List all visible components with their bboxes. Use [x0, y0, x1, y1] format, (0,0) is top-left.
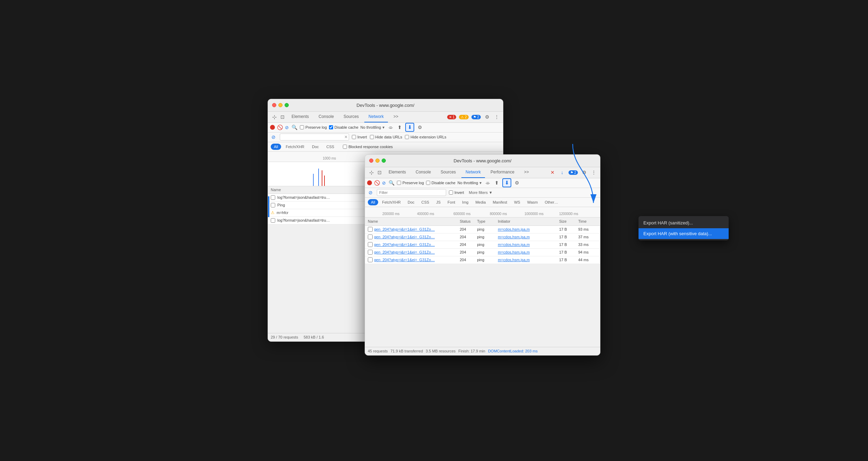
more-filters-btn[interactable]: More filters ▼ — [467, 189, 495, 196]
front-row-5[interactable]: gen_204?atyp=i&r=1&ei=_G31Zo… 204 ping m… — [365, 256, 600, 264]
front-minimize-button[interactable] — [375, 159, 380, 163]
settings2-icon-front[interactable]: ⚙ — [513, 179, 520, 186]
filter-tab-js-front[interactable]: JS — [433, 199, 444, 205]
tab-console-front[interactable]: Console — [411, 167, 435, 178]
search-icon-front[interactable]: 🔍 — [388, 179, 395, 186]
row4-status: 204 — [460, 250, 477, 254]
filter-tab-other-front[interactable]: Other… — [541, 199, 561, 205]
row4-checkbox-front[interactable] — [368, 250, 373, 255]
filter-tab-all-back[interactable]: All — [271, 144, 281, 150]
stop-recording-front[interactable] — [367, 180, 372, 185]
invert-back[interactable]: Invert — [352, 135, 367, 139]
filter-funnel-front[interactable]: ⊘ — [367, 189, 374, 196]
row1-status: 204 — [460, 227, 477, 231]
tab-sources-front[interactable]: Sources — [436, 167, 460, 178]
tab-network-back[interactable]: Network — [364, 112, 388, 122]
tab-elements-front[interactable]: Elements — [384, 167, 410, 178]
header-type: Type — [477, 219, 498, 223]
error-x-front[interactable]: ✕ — [549, 169, 556, 176]
settings-icon-front[interactable]: ⚙ — [581, 169, 588, 176]
front-row-4[interactable]: gen_204?atyp=i&r=1&ei=_G31Zo… 204 ping m… — [365, 249, 600, 256]
row2-checkbox-front[interactable] — [368, 234, 373, 239]
front-row-2[interactable]: gen_204?atyp=i&r=1&ei=_G31Zo… 204 ping m… — [365, 233, 600, 241]
info-badge-back: ⚑ 2 — [471, 115, 481, 119]
filter-input-back[interactable] — [280, 134, 349, 140]
more-icon-front[interactable]: ⋮ — [590, 169, 597, 176]
row3-checkbox-front[interactable] — [368, 242, 373, 247]
clear-back[interactable]: 🚫 — [277, 125, 283, 130]
download-har-back[interactable]: ⬇ — [405, 123, 414, 132]
row5-checkbox-front[interactable] — [368, 257, 373, 262]
download-har-front[interactable]: ⬇ — [502, 178, 511, 187]
row1-checkbox-back[interactable] — [271, 195, 275, 200]
row4-size: 17 B — [559, 250, 578, 254]
device-icon[interactable]: ⊡ — [279, 113, 286, 120]
settings2-icon-back[interactable]: ⚙ — [416, 124, 423, 131]
tab-more-back[interactable]: >> — [389, 112, 402, 122]
disable-cache-back[interactable]: Disable cache — [329, 125, 358, 129]
row3-initiator: m=cdos,hsm,jsa,m — [498, 242, 559, 247]
filter-tab-wasm-front[interactable]: Wasm — [524, 199, 541, 205]
filter-input-front[interactable] — [377, 189, 446, 196]
filter-tab-img-front[interactable]: Img — [459, 199, 471, 205]
clear-front[interactable]: 🚫 — [374, 180, 380, 186]
front-maximize-button[interactable] — [382, 159, 386, 163]
wifi-icon-back[interactable]: ⌯ — [387, 124, 394, 131]
filter-tab-doc-front[interactable]: Doc — [405, 199, 418, 205]
hide-ext-urls-back[interactable]: Hide extension URLs — [405, 135, 446, 139]
filter-icon-back[interactable]: ⊘ — [285, 125, 289, 130]
preserve-log-back[interactable]: Preserve log — [300, 125, 327, 129]
minimize-button[interactable] — [278, 103, 283, 107]
preserve-log-front[interactable]: Preserve log — [397, 181, 424, 185]
throttle-wrapper-back: No throttling ▼ — [361, 125, 385, 129]
filter-tab-manifest-front[interactable]: Manifest — [489, 199, 510, 205]
inspect-icon[interactable]: ⊹ — [271, 113, 278, 120]
blocked-response-back[interactable]: Blocked response cookies — [343, 145, 393, 149]
filter-tab-all-front[interactable]: All — [368, 199, 378, 205]
filter-tab-doc-back[interactable]: Doc — [309, 144, 322, 150]
filter-clear-back[interactable]: ✕ — [344, 135, 348, 139]
upload-icon-back[interactable]: ⬆ — [396, 124, 403, 131]
row2-checkbox-back[interactable] — [271, 203, 275, 207]
tab-elements-back[interactable]: Elements — [287, 112, 313, 122]
tab-performance-front[interactable]: Performance — [486, 167, 519, 178]
disable-cache-front[interactable]: Disable cache — [426, 181, 455, 185]
filter-tab-fetchxhr-back[interactable]: Fetch/XHR — [283, 144, 307, 150]
filter-tab-font-front[interactable]: Font — [444, 199, 458, 205]
row1-checkbox-front[interactable] — [368, 227, 373, 232]
more-icon-back[interactable]: ⋮ — [493, 113, 500, 120]
tab-more-front[interactable]: >> — [520, 167, 533, 178]
front-close-button[interactable] — [369, 159, 373, 163]
row2-time: 37 ms — [578, 235, 597, 239]
export-har-sensitive[interactable]: Export HAR (with sensitive data)... — [639, 228, 729, 239]
search-icon-back[interactable]: 🔍 — [291, 124, 298, 131]
upload-icon-front[interactable]: ⬆ — [493, 179, 500, 186]
hide-data-urls-back[interactable]: Hide data URLs — [370, 135, 402, 139]
row4-initiator: m=cdos,hsm,jsa,m — [498, 250, 559, 254]
tab-sources-back[interactable]: Sources — [339, 112, 363, 122]
filter-icon-front[interactable]: ⊘ — [382, 180, 386, 186]
filter-tab-ws-front[interactable]: WS — [511, 199, 523, 205]
filter-tab-css-front[interactable]: CSS — [418, 199, 433, 205]
export-har-sanitized[interactable]: Export HAR (sanitized)... — [639, 217, 729, 228]
tab-network-front[interactable]: Network — [461, 167, 485, 178]
front-row-1[interactable]: gen_204?atyp=i&r=1&ei=_G31Zo… 204 ping m… — [365, 226, 600, 233]
close-button[interactable] — [272, 103, 276, 107]
invert-front[interactable]: Invert — [449, 190, 464, 195]
filter-tab-fetchxhr-front[interactable]: Fetch/XHR — [379, 199, 404, 205]
row2-initiator: m=cdos,hsm,jsa,m — [498, 235, 559, 239]
row4-checkbox-back[interactable] — [271, 218, 275, 223]
filter-tab-media-front[interactable]: Media — [472, 199, 489, 205]
wifi-icon-front[interactable]: ⌯ — [484, 179, 491, 186]
filter-tab-css-back[interactable]: CSS — [323, 144, 338, 150]
tab-console-back[interactable]: Console — [314, 112, 338, 122]
inspect-icon-front[interactable]: ⊹ — [368, 169, 375, 176]
device-icon-front[interactable]: ⊡ — [376, 169, 383, 176]
stop-recording-back[interactable] — [270, 125, 275, 130]
maximize-button[interactable] — [285, 103, 289, 107]
settings-icon-back[interactable]: ⚙ — [484, 113, 491, 120]
filter-funnel-back[interactable]: ⊘ — [270, 134, 277, 140]
throttle-arrow-front: ▼ — [479, 181, 482, 185]
arrow-icon-front[interactable]: ↓ — [559, 169, 566, 176]
front-row-3[interactable]: gen_204?atyp=i&r=1&ei=_G31Zo… 204 ping m… — [365, 241, 600, 249]
